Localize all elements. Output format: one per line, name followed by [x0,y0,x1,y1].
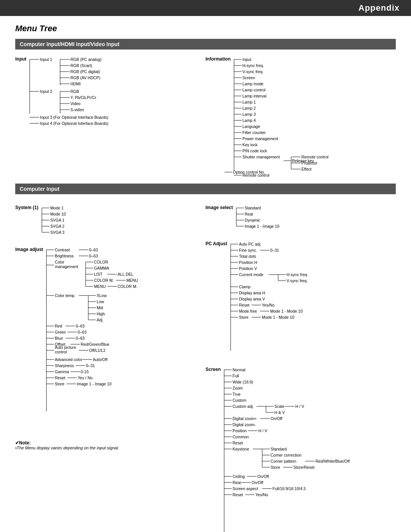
svg-text:MENU: MENU [126,278,138,283]
svg-text:Input 2: Input 2 [40,89,52,94]
svg-text:RGB (Scart): RGB (Scart) [70,63,92,68]
svg-text:RGB (PC analog): RGB (PC analog) [70,57,102,62]
header-title: Appendix [358,3,400,13]
system-root-label: System (1) [15,204,38,210]
svg-text:Color temp.: Color temp. [55,293,75,298]
svg-text:Lamp 3: Lamp 3 [242,112,256,117]
information-tree-col: Information Input H-sync freq. V-sync fr… [206,56,396,176]
svg-text:Clamp: Clamp [239,284,251,289]
svg-text:MENU: MENU [94,284,106,289]
screen-tree: Screen Normal Full Wide (16:9) Zoom [206,366,396,532]
svg-text:0–63: 0–63 [76,336,85,340]
svg-text:H / V: H / V [258,428,267,433]
svg-text:Wide (16:9): Wide (16:9) [233,380,253,384]
svg-text:Auto PC adj.: Auto PC adj. [239,242,261,246]
svg-text:0–31: 0–31 [270,248,279,252]
svg-text:Store: Store [271,465,280,470]
svg-text:Filter counter: Filter counter [242,130,266,135]
svg-text:PIN code lock: PIN code lock [242,149,268,153]
svg-text:Mode 1: Mode 1 [50,206,64,210]
svg-text:Screen: Screen [242,75,255,80]
svg-text:Real: Real [245,212,253,216]
svg-text:Input: Input [242,57,251,62]
svg-text:Image 1 - Image 10: Image 1 - Image 10 [77,382,112,386]
svg-text:Standard: Standard [271,447,287,451]
pc-adjust-svg: Auto PC adj. Fine sync. 0–31 Total dots … [229,240,350,358]
svg-text:Normal: Normal [233,367,245,372]
svg-text:On/Off: On/Off [257,474,269,479]
svg-text:Power management: Power management [242,136,278,141]
svg-text:Store/Reset: Store/Reset [293,465,315,470]
svg-text:Contrast: Contrast [55,248,70,252]
svg-text:Adj.: Adj. [97,318,104,322]
svg-text:0–63: 0–63 [76,324,85,328]
svg-text:Total dots: Total dots [239,254,256,259]
image-adjust-svg: Contrast 0–63 Brightness 0–63 Color mana… [45,246,189,429]
svg-text:0–31: 0–31 [86,363,95,368]
svg-text:GAMMA: GAMMA [94,266,109,270]
svg-text:Input 3  (For Optional Interfa: Input 3 (For Optional Interface Boards) [40,115,108,120]
svg-text:COLOR M.: COLOR M. [118,284,137,289]
svg-text:Lamp interval: Lamp interval [242,94,266,98]
image-select-svg: Standard Real Dynamic Image 1 - Image 10 [234,204,333,233]
svg-text:Lamp mode: Lamp mode [242,81,264,86]
svg-text:Rear: Rear [233,480,241,485]
svg-text:S-video: S-video [70,107,84,112]
system-tree-svg: Mode 1 Mode 10 SVGA 1 SVGA 2 SVGA 3 [40,204,116,238]
svg-text:Ceiling: Ceiling [233,474,245,479]
svg-text:Full/16:9/16:10/4:3: Full/16:9/16:10/4:3 [272,486,306,491]
svg-text:management: management [55,264,78,269]
svg-text:H-sync freq.: H-sync freq. [287,272,308,277]
screen-tree-svg: Normal Full Wide (16:9) Zoom True Custom [222,366,359,532]
information-root-label: Information [206,56,231,62]
svg-text:Mid: Mid [97,305,103,310]
svg-text:COLOR M.: COLOR M. [94,278,114,283]
svg-text:Reset: Reset [239,303,250,307]
svg-text:Color: Color [55,260,65,264]
image-adjust-tree: Image adjust Contrast 0–63 Brightness 0–… [15,246,206,429]
menu-tree-title: Menu Tree [15,24,396,34]
svg-text:Standard: Standard [245,206,261,210]
input-tree-svg: Input 1 RGB (PC analog) RGB (Scart) RGB … [28,56,127,128]
svg-text:Lamp control: Lamp control [242,88,266,92]
screen-root-label: Screen [206,366,221,372]
svg-text:Yes/No: Yes/No [255,492,268,497]
svg-text:H / V: H / V [295,404,304,409]
svg-text:On/Off: On/Off [271,416,282,421]
page-content: Menu Tree Computer Input/HDMI Input/Vide… [0,16,411,532]
svg-text:Red: Red [55,324,62,328]
image-select-root-label: Image select [206,204,233,210]
svg-text:control: control [55,350,67,354]
svg-text:Display area H: Display area H [239,291,265,295]
svg-text:SVGA 2: SVGA 2 [50,224,65,228]
svg-text:Display area V: Display area V [239,297,265,301]
svg-text:Reset: Reset [233,492,243,497]
svg-text:Mode 10: Mode 10 [50,212,66,216]
svg-text:Mode 1 - Mode 10: Mode 1 - Mode 10 [270,309,303,313]
svg-text:RGB (PC digital): RGB (PC digital) [70,69,100,74]
svg-text:V-sync freq.: V-sync freq. [242,69,263,74]
svg-text:RGB: RGB [70,89,79,94]
svg-text:Position H: Position H [239,260,257,265]
svg-text:Reset: Reset [55,375,65,380]
svg-text:0-15: 0-15 [81,369,89,374]
section2-header: Computer Input [15,184,396,194]
svg-text:Position V: Position V [239,266,257,271]
svg-text:Input 4  (For Optional Interfa: Input 4 (For Optional Interface Boards) [40,121,108,126]
svg-text:HDMI: HDMI [70,81,81,86]
svg-text:Custom adj.: Custom adj. [233,404,254,409]
svg-text:Image 1 - Image 10: Image 1 - Image 10 [245,224,279,228]
note-text: •The Menu display varies depending on th… [15,446,206,450]
section1-header: Computer Input/HDMI Input/Video Input [15,39,396,50]
svg-text:Brightness: Brightness [55,254,74,258]
svg-text:Effect: Effect [301,167,312,171]
svg-text:H-sync freq.: H-sync freq. [242,63,264,68]
svg-text:Language: Language [242,124,260,129]
svg-text:Auto picture: Auto picture [55,345,76,350]
svg-text:Red/Green/Blue: Red/Green/Blue [81,342,109,347]
svg-text:Store: Store [55,382,64,386]
svg-text:Video: Video [70,101,81,106]
svg-text:Common: Common [233,435,249,439]
svg-text:Digital zoom+: Digital zoom+ [233,416,257,421]
svg-text:Shutter management: Shutter management [242,155,280,159]
